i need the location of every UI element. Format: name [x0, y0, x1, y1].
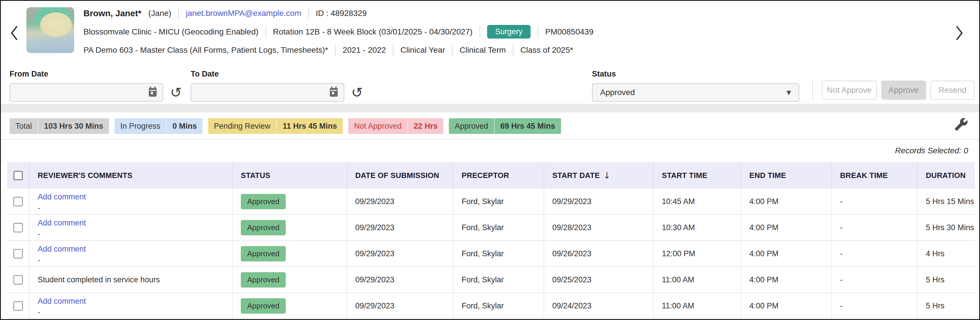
end-time-cell: 4:00 PM [741, 241, 831, 266]
status-select[interactable]: Approved ▼ [592, 83, 799, 102]
chip-value: 22 Hrs [408, 118, 444, 134]
start-date-cell: 09/28/2023 [544, 215, 653, 240]
add-comment-link[interactable]: Add comment [38, 245, 86, 254]
not-approve-button[interactable]: Not Approve [822, 81, 877, 100]
break-time-cell: - [831, 293, 917, 318]
column-header-duration[interactable]: DURATION [917, 162, 975, 189]
comment-cell: Student completed in service hours [29, 267, 232, 293]
end-time-cell: 4:00 PM [741, 267, 831, 293]
clinic-name: Blossomvale Clinic - MICU (Geocoding Ena… [83, 27, 258, 37]
status-field: Status Approved ▼ [592, 70, 799, 102]
break-time-cell: - [831, 267, 917, 293]
student-info-line-1: Brown, Janet* (Jane) janet.brownMPA@exam… [83, 8, 593, 19]
academic-year: 2021 - 2022 [342, 46, 386, 55]
records-selected-row: Records Selected: 0 [1, 140, 979, 162]
duration-cell: 5 Hrs 30 Mins [917, 215, 975, 240]
chip-label: Approved [449, 118, 494, 134]
comment-placeholder: - [38, 231, 40, 237]
column-header-preceptor[interactable]: PRECEPTOR [453, 162, 544, 189]
comment-cell: Add comment - [29, 215, 232, 240]
from-date-input[interactable] [16, 88, 148, 97]
table-row: Add comment - Approved 09/29/2023 Ford, … [7, 215, 975, 241]
row-checkbox[interactable] [13, 223, 23, 232]
column-header-start-date-label: START DATE [552, 171, 600, 180]
calendar-icon[interactable] [148, 86, 158, 99]
approve-button[interactable]: Approve [881, 81, 926, 100]
comment-placeholder: - [38, 257, 40, 263]
submission-date-cell: 09/29/2023 [347, 215, 453, 240]
start-date-cell: 09/25/2023 [544, 267, 653, 293]
total-hours-chip: Total 103 Hrs 30 Mins [10, 118, 109, 134]
previous-student-button[interactable] [7, 25, 21, 42]
row-checkbox[interactable] [13, 249, 23, 259]
duration-cell: 5 Hrs [917, 293, 975, 318]
to-date-input[interactable] [197, 88, 329, 97]
divider [480, 26, 480, 37]
chevron-right-icon [954, 25, 965, 42]
column-header-comments[interactable]: REVIEWER'S COMMENTS [29, 162, 232, 189]
to-date-field: To Date ↺ [191, 70, 363, 102]
add-comment-link[interactable]: Add comment [38, 297, 86, 306]
add-comment-link[interactable]: Add comment [38, 193, 86, 201]
student-info-line-3: PA Demo 603 - Master Class (All Forms, P… [83, 45, 593, 56]
row-checkbox[interactable] [13, 275, 23, 285]
student-name: Brown, Janet* [83, 8, 142, 18]
start-date-cell: 09/29/2023 [544, 189, 653, 214]
student-info-line-2: Blossomvale Clinic - MICU (Geocoding Ena… [83, 25, 593, 38]
chevron-down-icon: ▼ [787, 89, 791, 96]
status-badge: Approved [241, 272, 286, 288]
to-date-reset-icon[interactable]: ↺ [351, 86, 363, 99]
table-header-row: REVIEWER'S COMMENTS STATUS DATE OF SUBMI… [7, 162, 975, 189]
add-comment-link[interactable]: Add comment [38, 218, 86, 228]
calendar-icon[interactable] [329, 86, 339, 99]
student-info: Brown, Janet* (Jane) janet.brownMPA@exam… [83, 8, 593, 56]
comment-placeholder: - [38, 309, 40, 315]
divider [393, 45, 393, 56]
status-badge: Approved [241, 194, 286, 209]
not-approved-hours-chip: Not Approved 22 Hrs [348, 118, 443, 134]
break-time-cell: - [831, 215, 917, 240]
header-select-all-cell [7, 162, 29, 189]
column-header-break-time[interactable]: BREAK TIME [831, 162, 917, 189]
status-label: Status [592, 70, 799, 78]
wrench-icon [954, 128, 968, 132]
from-date-reset-icon[interactable]: ↺ [170, 86, 182, 99]
comment-text: Student completed in service hours [38, 275, 160, 284]
sort-descending-icon: ↓ [603, 170, 611, 181]
status-badge: Approved [241, 220, 286, 236]
from-date-label: From Date [10, 70, 182, 78]
start-date-cell: 09/24/2023 [544, 293, 653, 318]
column-header-start-date[interactable]: START DATE ↓ [544, 162, 653, 189]
status-badge: Approved [241, 246, 286, 261]
table-row: Student completed in service hours Appro… [7, 267, 975, 293]
start-time-cell: 10:45 AM [653, 189, 741, 214]
resend-button[interactable]: Resend [931, 81, 975, 100]
student-id: ID : 48928329 [316, 9, 367, 18]
preceptor-cell: Ford, Skylar [453, 215, 544, 240]
student-email-link[interactable]: janet.brownMPA@example.com [186, 9, 301, 18]
end-time-cell: 4:00 PM [741, 215, 831, 240]
column-header-start-time[interactable]: START TIME [653, 162, 741, 189]
next-student-button[interactable] [953, 25, 966, 42]
comment-cell: Add comment - [29, 189, 232, 214]
end-time-cell: 4:00 PM [741, 189, 831, 214]
rotation-name: Rotation 12B - 8 Week Block (03/01/2025 … [273, 27, 473, 37]
chip-value: 69 Hrs 45 Mins [495, 118, 561, 134]
row-checkbox[interactable] [13, 197, 23, 206]
row-checkbox[interactable] [13, 301, 23, 311]
section-divider [1, 104, 979, 113]
column-header-submission[interactable]: DATE OF SUBMISSION [347, 162, 453, 189]
select-all-checkbox[interactable] [13, 171, 23, 180]
pm-number: PM00850439 [545, 27, 593, 37]
settings-button[interactable] [954, 117, 969, 132]
column-header-end-time[interactable]: END TIME [741, 162, 831, 189]
clinical-year: Clinical Year [401, 46, 445, 55]
column-header-status[interactable]: STATUS [232, 162, 347, 189]
divider [178, 8, 179, 19]
chip-label: In Progress [115, 118, 166, 134]
in-progress-hours-chip: In Progress 0 Mins [115, 118, 202, 134]
divider [538, 26, 538, 37]
student-nickname: (Jane) [148, 9, 171, 18]
start-time-cell: 10:30 AM [653, 215, 741, 240]
duration-cell: 4 Hrs [917, 241, 975, 266]
